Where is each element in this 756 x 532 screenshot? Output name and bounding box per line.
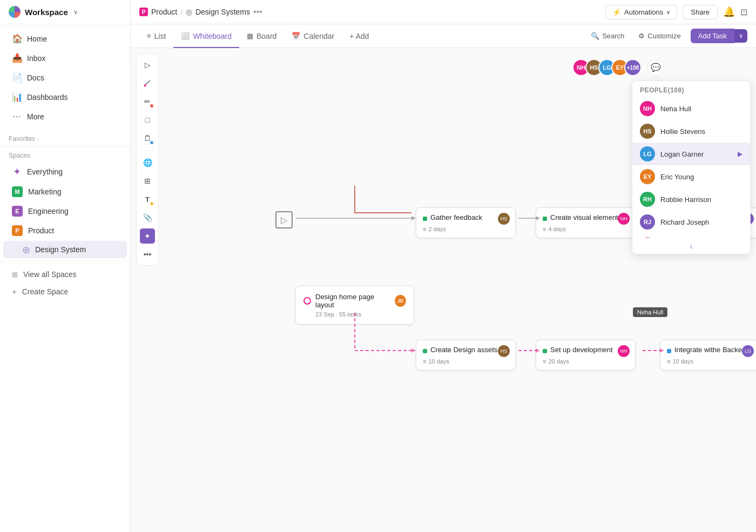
person-robbie-harrison[interactable]: RH Robbie Harrison <box>632 188 750 211</box>
logan-garner-arrow: ▶ <box>738 150 742 158</box>
eric-young-avatar: EY <box>640 169 655 184</box>
pen-dot <box>150 104 153 107</box>
spaces-section: Spaces <box>0 147 130 161</box>
visual-status-dot <box>543 217 547 221</box>
robbie-harrison-name: Robbie Harrison <box>660 196 742 204</box>
docs-label: Docs <box>27 73 44 82</box>
avatar-stack[interactable]: NH HS LG EY +108 <box>572 59 642 76</box>
start-node: ▷ <box>275 211 293 228</box>
task-gather-feedback[interactable]: Gather feedback HS ≡ 2 days <box>416 207 516 238</box>
tab-list[interactable]: ≡ List <box>139 25 173 48</box>
person-richard-joseph[interactable]: RJ Richard Joseph <box>632 211 750 233</box>
dev-avatar: NH <box>618 345 630 357</box>
home-task-meta: 23 Sep · 55 tasks <box>315 311 406 318</box>
inbox-icon: 📥 <box>12 53 22 63</box>
assets-status-dot <box>423 349 427 353</box>
person-neha-hull[interactable]: NH Neha Hull <box>632 97 750 120</box>
more-label: More <box>27 112 44 121</box>
tabs: ≡ List ⬜ Whiteboard ▦ Board 📅 Calendar +… <box>139 24 376 48</box>
favorites-label: Favorites <box>9 135 35 143</box>
people-row: NH HS LG EY +108 💬 <box>572 59 664 76</box>
dashboards-label: Dashboards <box>27 93 68 102</box>
dashboards-icon: 📊 <box>12 92 22 102</box>
tool-note[interactable]: 🗒 <box>140 131 155 146</box>
sidebar-item-dashboards[interactable]: 📊 Dashboards <box>3 87 127 106</box>
backend-status-dot <box>667 349 671 353</box>
tool-brush[interactable] <box>140 76 155 91</box>
workspace-header[interactable]: Workspace ∨ <box>0 0 130 24</box>
tab-add[interactable]: + Add <box>342 25 376 48</box>
sidebar-item-more[interactable]: ⋯ More <box>3 107 127 126</box>
sidebar-item-marketing[interactable]: M Marketing <box>3 183 127 201</box>
favorites-section: Favorites › <box>0 131 130 145</box>
tool-pointer[interactable]: ▷ <box>140 57 155 72</box>
tool-rect[interactable]: □ <box>140 112 155 127</box>
everything-icon: ✦ <box>12 166 22 178</box>
sidebar-item-design-system[interactable]: ◎ Design System <box>3 241 127 258</box>
task-create-visual[interactable]: Create visual elements NH ≡ 4 days <box>536 207 636 238</box>
create-space-icon: + <box>12 287 17 296</box>
tab-actions: 🔍 Search ⚙ Customize Add Task ∨ <box>586 29 747 43</box>
share-button[interactable]: Share <box>683 5 718 19</box>
tool-more[interactable]: ••• <box>140 247 155 262</box>
gather-status-dot <box>423 217 427 221</box>
tool-globe[interactable]: 🌐 <box>140 155 155 170</box>
assets-meta: ≡ 10 days <box>423 358 509 365</box>
list-tab-icon: ≡ <box>147 32 151 40</box>
sidebar-item-home[interactable]: 🏠 Home <box>3 29 127 48</box>
add-task-button[interactable]: Add Task <box>691 29 734 43</box>
tool-sparkle[interactable]: ✦ <box>140 228 155 244</box>
tab-calendar[interactable]: 📅 Calendar <box>284 25 342 48</box>
tool-clip[interactable]: 📎 <box>140 210 155 225</box>
breadcrumb-more-icon[interactable]: ••• <box>253 7 262 17</box>
breadcrumb-design-systems[interactable]: Design Systems <box>195 8 250 16</box>
backend-avatar: LG <box>742 345 754 357</box>
add-task-chevron[interactable]: ∨ <box>734 29 747 43</box>
notification-icon[interactable]: 🔔 <box>723 6 735 17</box>
tool-grid[interactable]: ⊞ <box>140 173 155 188</box>
sidebar-item-engineering[interactable]: E Engineering <box>3 202 127 220</box>
layout-icon[interactable]: ⊡ <box>740 7 747 17</box>
sidebar-item-inbox[interactable]: 📥 Inbox <box>3 49 127 68</box>
hollie-stevens-avatar: HS <box>640 124 655 139</box>
task-set-up-development[interactable]: Set up development NH ≡ 20 days <box>536 340 636 371</box>
logan-garner-name: Logan Garner <box>660 150 732 158</box>
home-task-header: Design home page layout JD <box>303 293 406 309</box>
view-all-spaces-label: View all Spaces <box>23 270 77 279</box>
person-warren-daniel[interactable]: WD Warren Daniel <box>632 233 750 238</box>
create-space-item[interactable]: + Create Space <box>3 283 127 300</box>
search-button[interactable]: 🔍 Search <box>586 29 629 43</box>
automations-label: Automations <box>624 8 663 16</box>
task-integrate-backend[interactable]: Integrate withe Backend LG ≡ 10 days <box>660 340 756 371</box>
hollie-stevens-name: Hollie Stevens <box>660 127 742 136</box>
person-logan-garner[interactable]: LG Logan Garner ▶ <box>632 143 750 165</box>
avatar-more[interactable]: +108 <box>624 59 642 76</box>
tool-text[interactable]: T <box>140 192 155 207</box>
customize-button[interactable]: ⚙ Customize <box>634 29 685 43</box>
chat-icon[interactable]: 💬 <box>647 59 664 76</box>
sidebar-item-docs[interactable]: 📄 Docs <box>3 68 127 87</box>
breadcrumb-separator: / <box>180 8 183 16</box>
set-up-dev-title: Set up development <box>550 346 613 354</box>
visual-avatar: NH <box>618 213 630 225</box>
home-task-avatar: JD <box>395 295 406 307</box>
customize-label: Customize <box>647 32 680 40</box>
search-label: Search <box>602 32 624 40</box>
task-design-home[interactable]: Design home page layout JD 23 Sep · 55 t… <box>295 286 414 325</box>
tab-whiteboard[interactable]: ⬜ Whiteboard <box>173 25 239 48</box>
automations-button[interactable]: ⚡ Automations ∨ <box>605 5 677 19</box>
tool-pen[interactable]: ✏ <box>140 94 155 109</box>
breadcrumb-product[interactable]: Product <box>151 8 177 16</box>
canvas[interactable]: ▷ ✏ □ 🗒 🌐 ⊞ T 📎 ✦ ••• <box>131 48 756 532</box>
person-eric-young[interactable]: EY Eric Young <box>632 165 750 188</box>
person-hollie-stevens[interactable]: HS Hollie Stevens <box>632 120 750 143</box>
tab-board[interactable]: ▦ Board <box>239 25 284 48</box>
create-assets-title: Create Design assets <box>430 346 497 354</box>
view-all-spaces-item[interactable]: ⊞ View all Spaces <box>3 266 127 282</box>
task-create-design-assets[interactable]: Create Design assets HS ≡ 10 days <box>416 340 516 371</box>
automations-icon: ⚡ <box>612 8 621 16</box>
product-label: Product <box>28 226 54 235</box>
sidebar-item-product[interactable]: P Product <box>3 221 127 240</box>
home-task-title: Design home page layout <box>315 293 390 309</box>
sidebar-item-everything[interactable]: ✦ Everything <box>3 162 127 181</box>
